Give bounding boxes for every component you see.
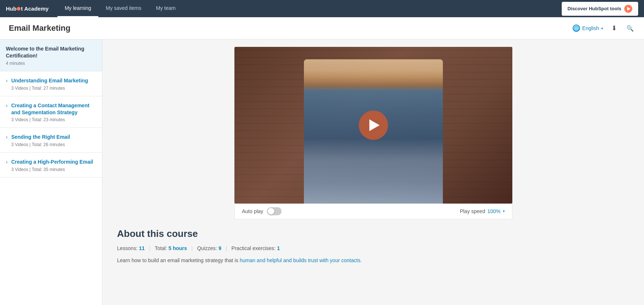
sidebar-item-content: Understanding Email Marketing 3 Videos |… <box>11 77 96 91</box>
video-controls: Auto play Play speed 100% ▾ <box>234 204 512 219</box>
play-speed-value[interactable]: 100% <box>487 208 501 214</box>
sidebar-item-content-2: Creating a Contact Management and Segmen… <box>11 102 96 123</box>
nav-link-my-learning[interactable]: My learning <box>57 0 98 17</box>
auto-play-section: Auto play <box>242 207 282 215</box>
stat-quizzes-value: 9 <box>218 245 221 251</box>
language-chevron: ▾ <box>601 26 603 30</box>
sidebar-item-contact-management-meta: 3 Videos | Total: 23 minutes <box>11 117 96 122</box>
page-title: Email Marketing <box>9 23 71 33</box>
discover-hubspot-button[interactable]: Discover HubSpot tools <box>562 2 638 16</box>
stat-practical-exercises-label: Practical exercises: <box>231 245 276 251</box>
sidebar-item-sending-right-email-title: Sending the Right Email <box>11 134 96 141</box>
stat-total-value: 5 hours <box>169 245 187 251</box>
stat-total-label: Total: <box>155 245 167 251</box>
main-layout: Welcome to the Email Marketing Certifica… <box>0 40 644 305</box>
course-description-highlight: human and helpful and builds trust with … <box>240 257 362 263</box>
sidebar-item-sending-right-email[interactable]: › Sending the Right Email 3 Videos | Tot… <box>0 128 102 153</box>
logo[interactable]: Hubt Academy <box>6 5 49 12</box>
search-icon[interactable]: 🔍 <box>625 23 635 33</box>
sidebar-item-welcome-meta: 4 minutes <box>6 61 96 66</box>
sidebar-item-content-4: Creating a High-Performing Email 3 Video… <box>11 159 96 172</box>
nav-links: My learning My saved items My team <box>57 0 183 17</box>
sidebar-item-understanding-email-title: Understanding Email Marketing <box>11 77 96 84</box>
stat-divider-1: | <box>149 245 151 251</box>
play-speed-section: Play speed 100% ▾ <box>460 208 504 214</box>
nav-link-my-saved-items[interactable]: My saved items <box>98 0 148 17</box>
page-header-right: 🌐 English ▾ ⬇ 🔍 <box>573 23 635 33</box>
play-speed-label: Play speed <box>460 208 485 214</box>
sidebar-item-welcome-title: Welcome to the Email Marketing Certifica… <box>6 45 96 59</box>
hubspot-dot <box>17 7 20 11</box>
language-label: English <box>582 25 599 31</box>
chevron-right-icon-3: › <box>6 134 8 140</box>
course-description-text: Learn how to build an email marketing st… <box>117 257 240 263</box>
sidebar-item-sending-right-email-meta: 3 Videos | Total: 26 minutes <box>11 142 96 147</box>
stat-lessons: Lessons: 11 <box>117 245 145 251</box>
sidebar-item-expandable: › Understanding Email Marketing 3 Videos… <box>6 77 96 91</box>
sidebar-item-content-3: Sending the Right Email 3 Videos | Total… <box>11 134 96 147</box>
sidebar-item-welcome[interactable]: Welcome to the Email Marketing Certifica… <box>0 40 102 71</box>
stat-quizzes-label: Quizzes: <box>197 245 217 251</box>
sidebar-item-contact-management-title: Creating a Contact Management and Segmen… <box>11 102 96 116</box>
stat-divider-2: | <box>191 245 193 251</box>
sidebar: Welcome to the Email Marketing Certifica… <box>0 40 102 305</box>
sidebar-item-expandable-4: › Creating a High-Performing Email 3 Vid… <box>6 159 96 172</box>
stat-quizzes: Quizzes: 9 <box>197 245 221 251</box>
stat-lessons-value: 11 <box>139 245 145 251</box>
chevron-right-icon: › <box>6 78 8 83</box>
chevron-right-icon-4: › <box>6 159 8 165</box>
stat-total: Total: 5 hours <box>155 245 187 251</box>
language-selector[interactable]: 🌐 English ▾ <box>573 25 603 32</box>
nav-right: Discover HubSpot tools <box>562 2 638 16</box>
video-wrapper: Auto play Play speed 100% ▾ <box>102 40 644 219</box>
globe-icon: 🌐 <box>573 25 580 32</box>
sidebar-item-contact-management[interactable]: › Creating a Contact Management and Segm… <box>0 96 102 128</box>
sidebar-item-expandable-2: › Creating a Contact Management and Segm… <box>6 102 96 123</box>
course-info: About this course Lessons: 11 | Total: 5… <box>102 219 417 273</box>
stat-lessons-label: Lessons: <box>117 245 138 251</box>
discover-play-icon <box>624 5 632 13</box>
nav-link-my-team[interactable]: My team <box>149 0 183 17</box>
sidebar-item-high-performing-email-title: Creating a High-Performing Email <box>11 159 96 165</box>
video-container[interactable] <box>234 47 512 204</box>
download-icon[interactable]: ⬇ <box>609 23 619 33</box>
course-stats: Lessons: 11 | Total: 5 hours | Quizzes: … <box>117 245 402 251</box>
sidebar-item-understanding-email-meta: 3 Videos | Total: 27 minutes <box>11 86 96 91</box>
discover-button-label: Discover HubSpot tools <box>568 6 621 11</box>
top-navigation: Hubt Academy My learning My saved items … <box>0 0 644 17</box>
stat-practical-exercises-value: 1 <box>277 245 280 251</box>
content-area: Auto play Play speed 100% ▾ About this c… <box>102 40 644 305</box>
sidebar-item-high-performing-email-meta: 3 Videos | Total: 35 minutes <box>11 167 96 172</box>
sidebar-item-high-performing-email[interactable]: › Creating a High-Performing Email 3 Vid… <box>0 153 102 178</box>
auto-play-toggle[interactable] <box>267 207 282 215</box>
academy-label: Academy <box>24 5 49 12</box>
sidebar-item-understanding-email[interactable]: › Understanding Email Marketing 3 Videos… <box>0 71 102 96</box>
stat-divider-3: | <box>226 245 227 251</box>
course-description: Learn how to build an email marketing st… <box>117 256 402 264</box>
auto-play-label: Auto play <box>242 208 263 214</box>
sidebar-item-expandable-3: › Sending the Right Email 3 Videos | Tot… <box>6 134 96 147</box>
play-button[interactable] <box>359 111 388 140</box>
chevron-right-icon-2: › <box>6 103 8 108</box>
course-info-title: About this course <box>117 228 402 239</box>
stat-practical-exercises: Practical exercises: 1 <box>231 245 280 251</box>
play-speed-chevron: ▾ <box>503 209 505 213</box>
page-header: Email Marketing 🌐 English ▾ ⬇ 🔍 <box>0 17 644 40</box>
